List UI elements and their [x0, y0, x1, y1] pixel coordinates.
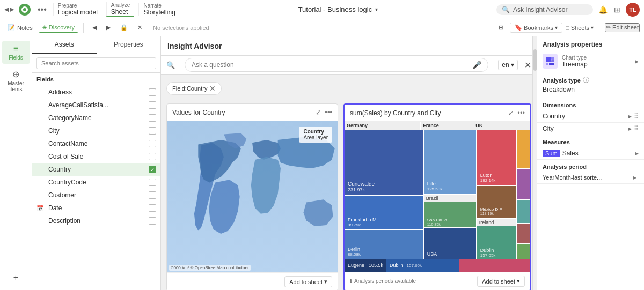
notes-icon: 📝: [8, 24, 15, 31]
analysis-type-section: Analysis type ⓘ Breakdown: [537, 72, 644, 98]
field-name: CountryCode: [48, 179, 86, 186]
notifications-button[interactable]: 🔔: [597, 4, 609, 15]
analysis-type-label: Analysis type: [543, 77, 581, 84]
field-checkbox[interactable]: [149, 127, 156, 135]
list-item[interactable]: City: [32, 124, 160, 137]
tab-properties[interactable]: Properties: [97, 36, 161, 54]
filter-tag-label: Field:Country: [172, 85, 207, 92]
nav-section-narrate[interactable]: Narrate Storytelling: [138, 3, 179, 16]
dimension-country-drag-handle[interactable]: ⠿: [634, 113, 639, 120]
insight-advisor-search-bar[interactable]: 🎤: [185, 58, 488, 72]
insight-advisor-search-input[interactable]: [192, 61, 469, 69]
field-checkbox[interactable]: [149, 140, 156, 147]
field-checkbox[interactable]: [149, 179, 156, 186]
treemap-add-sheet-dropdown-icon[interactable]: ▾: [517, 278, 520, 285]
nav-back-button[interactable]: ◀ ▶: [4, 6, 14, 13]
treemap-expand-button[interactable]: ⤢: [508, 109, 514, 117]
fields-icon: ≡: [13, 44, 18, 54]
list-item[interactable]: Description: [32, 214, 160, 227]
qlik-logo-icon: [18, 3, 31, 16]
nav-section-analyze[interactable]: Analyze Sheet: [106, 2, 135, 17]
qlik-logo-area[interactable]: [18, 3, 31, 16]
list-item[interactable]: ContactName: [32, 137, 160, 150]
dimension-country-expand-icon[interactable]: ▸: [628, 113, 632, 120]
analysis-period-label: Analysis period: [543, 163, 587, 170]
field-checkbox[interactable]: [149, 153, 156, 160]
treemap-add-to-sheet-button[interactable]: Add to sheet ▾: [477, 276, 525, 287]
right-small-column: [517, 130, 530, 259]
treemap-card-title: sum(Sales) by Country and City: [350, 109, 441, 117]
edit-sheet-button[interactable]: ✏ Edit sheet: [605, 23, 640, 32]
list-item[interactable]: AverageCallSatisfa...: [32, 99, 160, 111]
lock-selections-button[interactable]: 🔒: [117, 23, 131, 33]
map-add-to-sheet-button[interactable]: Add to sheet ▾: [284, 276, 332, 287]
microphone-icon[interactable]: 🎤: [472, 61, 481, 69]
toolbar-separator-2: [599, 23, 599, 33]
nav-section-prepare[interactable]: Prepare Logical model: [53, 3, 102, 16]
map-chart-body: Country Area layer 5000 km² © OpenStreet…: [167, 121, 338, 272]
insight-advisor-close-button[interactable]: ✕: [524, 60, 531, 70]
list-item-country[interactable]: Country ✓: [32, 163, 160, 176]
dublin-bottom-label: Dublin: [390, 263, 404, 268]
notes-button[interactable]: 📝 Notes: [4, 23, 36, 33]
luton-value: 182.14k: [480, 178, 513, 183]
chart-type-expand-icon[interactable]: ▸: [635, 57, 639, 65]
field-checkbox[interactable]: [149, 88, 156, 96]
analysis-period-item: YearMonth-last sorte... ▸: [537, 172, 644, 184]
sao-paulo-cell: São Paulo 110.85k: [424, 202, 476, 227]
user-avatar[interactable]: TL: [626, 3, 640, 17]
svg-rect-4: [551, 57, 554, 60]
sidebar-item-master-items[interactable]: ⊕ Master items: [2, 66, 30, 95]
clear-selections-button[interactable]: ✕: [134, 23, 145, 33]
dimension-city-drag-handle[interactable]: ⠿: [634, 125, 639, 132]
treemap-chart-icon: [545, 56, 555, 66]
apps-grid-button[interactable]: ⊞: [613, 4, 621, 15]
ireland-header-label: Ireland: [477, 219, 516, 226]
list-item[interactable]: Address: [32, 86, 160, 99]
lille-label: Lille: [427, 181, 473, 187]
discovery-button[interactable]: ◈ Discovery: [39, 22, 78, 33]
filter-tag-remove-icon[interactable]: ✕: [209, 84, 216, 93]
selections-nav-forward[interactable]: ▶: [103, 23, 114, 33]
map-overlay-subtitle: Area layer: [303, 135, 328, 140]
field-checkbox[interactable]: [149, 101, 156, 109]
app-title-dropdown-icon[interactable]: ▾: [375, 6, 378, 12]
treemap-add-sheet-label: Add to sheet: [482, 278, 515, 285]
analysis-type-info-icon[interactable]: ⓘ: [583, 76, 589, 85]
insight-search-box[interactable]: 🔍 Ask Insight Advisor: [496, 4, 593, 15]
field-checkbox[interactable]: [149, 114, 156, 122]
sheets-button[interactable]: □ Sheets ▾: [566, 25, 594, 31]
list-item[interactable]: CountryCode: [32, 176, 160, 189]
list-item[interactable]: Cost of Sale: [32, 150, 160, 163]
map-expand-button[interactable]: ⤢: [316, 108, 321, 116]
sidebar-item-fields[interactable]: ≡ Fields: [2, 41, 30, 64]
list-item[interactable]: 📅 Date: [32, 202, 160, 214]
field-checkbox[interactable]: [149, 204, 156, 212]
discovery-label: Discovery: [49, 24, 75, 31]
nav-more-button[interactable]: •••: [35, 5, 49, 14]
search-assets-input[interactable]: [36, 57, 156, 69]
mexico-df-value: 118.19k: [480, 212, 513, 215]
add-sheet-dropdown-icon[interactable]: ▾: [324, 278, 327, 285]
filter-tag-country[interactable]: Field:Country ✕: [166, 82, 222, 95]
field-checkbox-country[interactable]: ✓: [149, 166, 156, 173]
tab-assets[interactable]: Assets: [32, 36, 97, 54]
field-checkbox[interactable]: [149, 217, 156, 225]
analysis-period-expand-icon[interactable]: ▸: [633, 174, 636, 181]
map-card-title: Values for Country: [172, 109, 225, 116]
selections-nav-back[interactable]: ◀: [89, 23, 100, 33]
bookmarks-button[interactable]: 🔖 Bookmarks ▾: [510, 23, 562, 33]
list-item[interactable]: CategoryName: [32, 111, 160, 124]
grid-view-button[interactable]: ⊞: [495, 23, 507, 33]
nav-prepare-title: Logical model: [58, 9, 98, 16]
field-checkbox[interactable]: [149, 191, 156, 199]
sao-paulo-label: São Paulo: [427, 218, 473, 222]
sidebar-add-button[interactable]: +: [2, 270, 30, 286]
language-selector[interactable]: en ▾: [498, 60, 518, 70]
dimension-city-expand-icon[interactable]: ▸: [628, 125, 632, 132]
list-item[interactable]: Customer: [32, 189, 160, 202]
bookmarks-label: Bookmarks: [524, 25, 553, 31]
measure-sales-expand-icon[interactable]: ▸: [635, 150, 639, 157]
map-more-button[interactable]: •••: [325, 108, 332, 116]
treemap-more-button[interactable]: •••: [517, 109, 525, 117]
